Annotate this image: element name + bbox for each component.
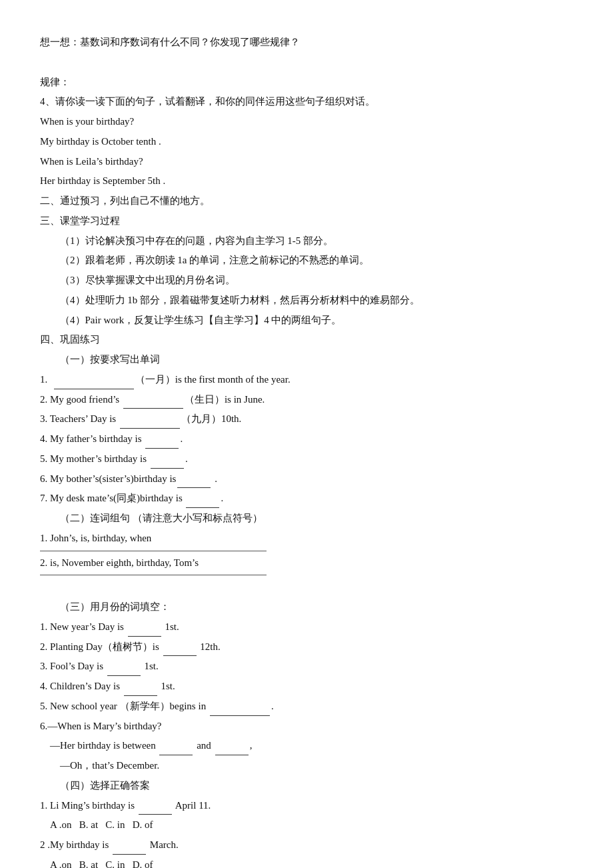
choice-q1: 1. Li Ming’s birthday is April 11. (40, 797, 573, 815)
blank-c1[interactable] (139, 804, 172, 815)
main-content: 想一想：基数词和序数词有什么不同？你发现了哪些规律？ 规律： 4、请你读一读下面… (40, 33, 573, 868)
fill-item-1: 1. （一月）is the first month of the year. (40, 371, 573, 389)
month-fill-6: 6.—When is Mary’s birthday? (40, 717, 573, 736)
month-fill-4: 4. Children’s Day is 1st. (40, 677, 573, 696)
month-fill-3: 3. Fool’s Day is 1st. (40, 657, 573, 676)
blank-4[interactable] (145, 437, 179, 449)
dialogue-4: Her birthday is September 5th . (40, 172, 573, 191)
month-fill-5: 5. New school year （新学年）begins in . (40, 697, 573, 716)
fill-item-2: 2. My good friend’s （生日）is in June. (40, 391, 573, 409)
section3: 三、课堂学习过程 (40, 212, 573, 231)
blank-6[interactable] (177, 477, 211, 489)
blank-m6[interactable] (159, 745, 193, 756)
classroom-step-1: （1）讨论解决预习中存在的问题，内容为自主学习 1-5 部分。 (40, 232, 573, 251)
subsection1-title: （一）按要求写出单词 (40, 351, 573, 369)
blank-2[interactable] (123, 398, 183, 409)
connect-item-1: 1. John’s, is, birthday, when (40, 529, 573, 548)
blank-7[interactable] (186, 497, 219, 509)
classroom-step-4: （4）处理听力 1b 部分，跟着磁带复述听力材料，然后再分析材料中的难易部分。 (40, 291, 573, 310)
fill-item-7: 7. My desk mate’s(同桌)birthday is . (40, 489, 573, 508)
blank-3[interactable] (120, 418, 180, 429)
section2: 二、通过预习，列出自己不懂的地方。 (40, 192, 573, 211)
dialogue-3: When is Leila’s birthday? (40, 153, 573, 171)
think-prompt: 想一想：基数词和序数词有什么不同？你发现了哪些规律？ (40, 33, 573, 52)
answer-line-1 (40, 551, 267, 551)
blank-1[interactable] (54, 378, 134, 389)
fill-item-3: 3. Teachers’ Day is （九月）10th. (40, 410, 573, 429)
blank-m1[interactable] (128, 625, 161, 637)
month-fill-1: 1. New year’s Day is 1st. (40, 618, 573, 637)
spacer2 (40, 578, 573, 597)
dialogue-2: My birthday is October tenth . (40, 133, 573, 151)
rule-label: 规律： (40, 73, 573, 92)
spacer (40, 53, 573, 72)
fill-item-5: 5. My mother’s birthday is . (40, 450, 573, 469)
section4-title: 四、巩固练习 (40, 331, 573, 349)
subsection2-title: （二）连词组句 （请注意大小写和标点符号） (40, 509, 573, 528)
month-fill-8: —Oh，that’s December. (40, 757, 573, 775)
choice-opts2: A .on B. at C. in D. of (40, 856, 573, 868)
blank-m5[interactable] (210, 705, 270, 716)
classroom-step-3: （3）尽快掌握课文中出现的月份名词。 (40, 271, 573, 290)
classroom-step-2: （2）跟着老师，再次朗读 1a 的单词，注意之前标记的不熟悉的单词。 (40, 251, 573, 270)
answer-line-2 (40, 575, 267, 575)
blank-m4[interactable] (124, 685, 157, 696)
subsection4-title: （四）选择正确答案 (40, 777, 573, 795)
fill-item-4: 4. My father’s birthday is . (40, 430, 573, 449)
blank-m2[interactable] (163, 645, 197, 657)
classroom-step-5: （4）Pair work，反复让学生练习【自主学习】4 中的两组句子。 (40, 311, 573, 330)
blank-m7[interactable] (215, 745, 249, 756)
subsection3-title: （三）用月份的词填空： (40, 598, 573, 617)
choice-opts1: A .on B. at C. in D. of (40, 816, 573, 835)
choice-q2: 2 .My birthday is March. (40, 836, 573, 855)
month-fill-7: —Her birthday is between and , (40, 737, 573, 755)
blank-c2[interactable] (113, 843, 146, 855)
connect-item-2: 2. is, November eighth, birthday, Tom’s (40, 554, 573, 573)
fill-item-6: 6. My bother’s(sister’s)birthday is . (40, 470, 573, 489)
dialogue-1: When is your birthday? (40, 113, 573, 131)
blank-5[interactable] (151, 457, 184, 469)
blank-m3[interactable] (107, 665, 141, 677)
section4-intro: 4、请你读一读下面的句子，试着翻译，和你的同伴运用这些句子组织对话。 (40, 93, 573, 111)
month-fill-2: 2. Planting Day（植树节）is 12th. (40, 638, 573, 657)
